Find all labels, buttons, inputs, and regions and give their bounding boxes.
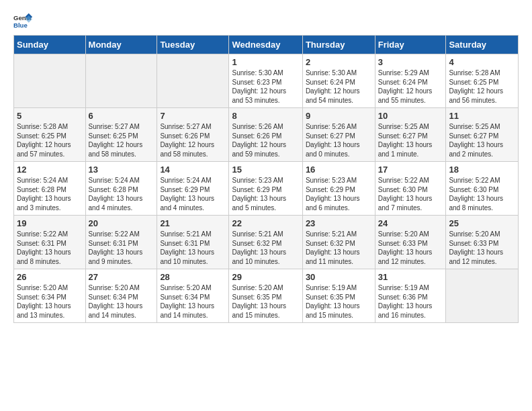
day-info: Sunrise: 5:21 AM Sunset: 6:32 PM Dayligh…	[232, 230, 299, 266]
calendar-table: SundayMondayTuesdayWednesdayThursdayFrid…	[13, 35, 519, 323]
calendar-day-cell: 14Sunrise: 5:24 AM Sunset: 6:29 PM Dayli…	[157, 162, 229, 216]
day-number: 22	[232, 218, 299, 228]
day-info: Sunrise: 5:20 AM Sunset: 6:34 PM Dayligh…	[89, 283, 154, 320]
day-number: 3	[378, 57, 443, 67]
calendar-day-cell: 1Sunrise: 5:30 AM Sunset: 6:23 PM Daylig…	[229, 54, 302, 108]
calendar-week-row: 26Sunrise: 5:20 AM Sunset: 6:34 PM Dayli…	[14, 269, 519, 323]
day-info: Sunrise: 5:24 AM Sunset: 6:29 PM Dayligh…	[160, 176, 226, 212]
day-info: Sunrise: 5:28 AM Sunset: 6:25 PM Dayligh…	[449, 68, 515, 105]
day-info: Sunrise: 5:22 AM Sunset: 6:30 PM Dayligh…	[378, 176, 443, 212]
day-number: 21	[160, 218, 226, 228]
day-number: 1	[232, 57, 299, 67]
calendar-page: General Blue SundayMondayTuesdayWednesda…	[0, 0, 532, 330]
calendar-day-cell: 12Sunrise: 5:24 AM Sunset: 6:28 PM Dayli…	[14, 162, 86, 216]
day-number: 4	[449, 57, 515, 67]
day-info: Sunrise: 5:20 AM Sunset: 6:33 PM Dayligh…	[449, 230, 515, 266]
empty-cell	[157, 54, 229, 108]
calendar-day-cell: 2Sunrise: 5:30 AM Sunset: 6:24 PM Daylig…	[302, 54, 375, 108]
day-number: 9	[306, 111, 372, 121]
day-info: Sunrise: 5:27 AM Sunset: 6:26 PM Dayligh…	[160, 122, 226, 158]
day-number: 15	[232, 165, 299, 175]
day-info: Sunrise: 5:26 AM Sunset: 6:27 PM Dayligh…	[306, 122, 372, 158]
weekday-header-wednesday: Wednesday	[229, 36, 302, 54]
calendar-day-cell: 19Sunrise: 5:22 AM Sunset: 6:31 PM Dayli…	[14, 216, 86, 269]
calendar-day-cell: 28Sunrise: 5:20 AM Sunset: 6:34 PM Dayli…	[157, 269, 229, 323]
day-info: Sunrise: 5:22 AM Sunset: 6:30 PM Dayligh…	[449, 176, 515, 212]
day-number: 7	[160, 111, 226, 121]
calendar-week-row: 1Sunrise: 5:30 AM Sunset: 6:23 PM Daylig…	[14, 54, 519, 108]
day-info: Sunrise: 5:20 AM Sunset: 6:34 PM Dayligh…	[17, 283, 83, 320]
weekday-header-friday: Friday	[375, 36, 446, 54]
day-number: 11	[449, 111, 515, 121]
calendar-day-cell: 15Sunrise: 5:23 AM Sunset: 6:29 PM Dayli…	[229, 162, 302, 216]
calendar-day-cell: 23Sunrise: 5:21 AM Sunset: 6:32 PM Dayli…	[302, 216, 375, 269]
logo: General Blue	[13, 12, 32, 31]
day-number: 12	[17, 165, 83, 175]
day-info: Sunrise: 5:30 AM Sunset: 6:23 PM Dayligh…	[232, 68, 299, 105]
day-number: 6	[89, 111, 154, 121]
calendar-day-cell: 3Sunrise: 5:29 AM Sunset: 6:24 PM Daylig…	[375, 54, 446, 108]
day-info: Sunrise: 5:23 AM Sunset: 6:29 PM Dayligh…	[306, 176, 372, 212]
weekday-header-monday: Monday	[85, 36, 157, 54]
day-info: Sunrise: 5:29 AM Sunset: 6:24 PM Dayligh…	[378, 68, 443, 105]
calendar-day-cell: 6Sunrise: 5:27 AM Sunset: 6:25 PM Daylig…	[85, 108, 157, 162]
calendar-day-cell: 31Sunrise: 5:19 AM Sunset: 6:36 PM Dayli…	[375, 269, 446, 323]
calendar-day-cell: 20Sunrise: 5:22 AM Sunset: 6:31 PM Dayli…	[85, 216, 157, 269]
day-info: Sunrise: 5:21 AM Sunset: 6:32 PM Dayligh…	[306, 230, 372, 266]
day-info: Sunrise: 5:22 AM Sunset: 6:31 PM Dayligh…	[89, 230, 154, 266]
calendar-day-cell: 17Sunrise: 5:22 AM Sunset: 6:30 PM Dayli…	[375, 162, 446, 216]
svg-text:Blue: Blue	[13, 21, 28, 29]
calendar-day-cell: 5Sunrise: 5:28 AM Sunset: 6:25 PM Daylig…	[14, 108, 86, 162]
calendar-day-cell: 21Sunrise: 5:21 AM Sunset: 6:31 PM Dayli…	[157, 216, 229, 269]
weekday-header-tuesday: Tuesday	[157, 36, 229, 54]
day-info: Sunrise: 5:19 AM Sunset: 6:35 PM Dayligh…	[306, 283, 372, 320]
day-info: Sunrise: 5:20 AM Sunset: 6:33 PM Dayligh…	[378, 230, 443, 266]
day-number: 10	[378, 111, 443, 121]
day-number: 24	[378, 218, 443, 228]
day-number: 28	[160, 272, 226, 282]
day-number: 27	[89, 272, 154, 282]
calendar-day-cell: 30Sunrise: 5:19 AM Sunset: 6:35 PM Dayli…	[302, 269, 375, 323]
day-info: Sunrise: 5:19 AM Sunset: 6:36 PM Dayligh…	[378, 283, 443, 320]
calendar-day-cell: 8Sunrise: 5:26 AM Sunset: 6:26 PM Daylig…	[229, 108, 302, 162]
calendar-day-cell: 25Sunrise: 5:20 AM Sunset: 6:33 PM Dayli…	[446, 216, 519, 269]
day-info: Sunrise: 5:24 AM Sunset: 6:28 PM Dayligh…	[89, 176, 154, 212]
day-info: Sunrise: 5:21 AM Sunset: 6:31 PM Dayligh…	[160, 230, 226, 266]
day-info: Sunrise: 5:30 AM Sunset: 6:24 PM Dayligh…	[306, 68, 372, 105]
day-info: Sunrise: 5:20 AM Sunset: 6:34 PM Dayligh…	[160, 283, 226, 320]
day-number: 19	[17, 218, 83, 228]
day-number: 18	[449, 165, 515, 175]
day-number: 20	[89, 218, 154, 228]
day-number: 14	[160, 165, 226, 175]
header: General Blue	[13, 12, 519, 31]
day-number: 25	[449, 218, 515, 228]
calendar-day-cell: 9Sunrise: 5:26 AM Sunset: 6:27 PM Daylig…	[302, 108, 375, 162]
day-number: 30	[306, 272, 372, 282]
calendar-day-cell: 18Sunrise: 5:22 AM Sunset: 6:30 PM Dayli…	[446, 162, 519, 216]
day-info: Sunrise: 5:23 AM Sunset: 6:29 PM Dayligh…	[232, 176, 299, 212]
calendar-day-cell: 4Sunrise: 5:28 AM Sunset: 6:25 PM Daylig…	[446, 54, 519, 108]
empty-cell	[85, 54, 157, 108]
day-number: 2	[306, 57, 372, 67]
generalblue-logo-icon: General Blue	[13, 12, 32, 31]
weekday-header-sunday: Sunday	[14, 36, 86, 54]
calendar-day-cell: 10Sunrise: 5:25 AM Sunset: 6:27 PM Dayli…	[375, 108, 446, 162]
calendar-day-cell: 7Sunrise: 5:27 AM Sunset: 6:26 PM Daylig…	[157, 108, 229, 162]
calendar-day-cell: 11Sunrise: 5:25 AM Sunset: 6:27 PM Dayli…	[446, 108, 519, 162]
day-number: 5	[17, 111, 83, 121]
day-number: 17	[378, 165, 443, 175]
calendar-day-cell: 24Sunrise: 5:20 AM Sunset: 6:33 PM Dayli…	[375, 216, 446, 269]
empty-cell	[446, 269, 519, 323]
calendar-day-cell: 22Sunrise: 5:21 AM Sunset: 6:32 PM Dayli…	[229, 216, 302, 269]
day-info: Sunrise: 5:25 AM Sunset: 6:27 PM Dayligh…	[378, 122, 443, 158]
calendar-day-cell: 29Sunrise: 5:20 AM Sunset: 6:35 PM Dayli…	[229, 269, 302, 323]
day-info: Sunrise: 5:24 AM Sunset: 6:28 PM Dayligh…	[17, 176, 83, 212]
day-info: Sunrise: 5:27 AM Sunset: 6:25 PM Dayligh…	[89, 122, 154, 158]
day-number: 16	[306, 165, 372, 175]
calendar-week-row: 5Sunrise: 5:28 AM Sunset: 6:25 PM Daylig…	[14, 108, 519, 162]
weekday-header-thursday: Thursday	[302, 36, 375, 54]
calendar-day-cell: 13Sunrise: 5:24 AM Sunset: 6:28 PM Dayli…	[85, 162, 157, 216]
day-info: Sunrise: 5:22 AM Sunset: 6:31 PM Dayligh…	[17, 230, 83, 266]
calendar-day-cell: 16Sunrise: 5:23 AM Sunset: 6:29 PM Dayli…	[302, 162, 375, 216]
day-info: Sunrise: 5:26 AM Sunset: 6:26 PM Dayligh…	[232, 122, 299, 158]
